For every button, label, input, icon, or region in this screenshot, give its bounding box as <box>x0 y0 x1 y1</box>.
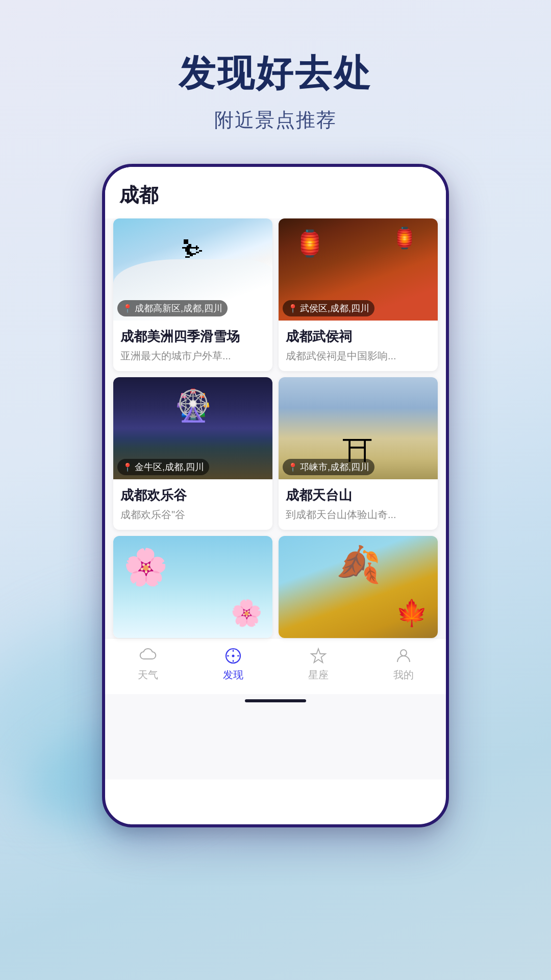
spot-location-ski: 📍 成都高新区,成都,四川 <box>117 300 228 316</box>
spot-image-autumn <box>279 536 438 638</box>
spot-card-autumn[interactable] <box>279 536 438 638</box>
page-title: 发现好去处 <box>0 51 551 95</box>
phone-mockup: 成都 📍 成都高新区,成都,四川 成都美洲四季滑雪场 亚洲最大的城市户外草... <box>102 164 449 827</box>
nav-item-constellation[interactable]: 星座 <box>276 647 361 682</box>
bottom-nav: 天气 发现 星座 <box>105 638 446 694</box>
nav-label-discover: 发现 <box>223 668 243 682</box>
city-header: 成都 <box>105 167 446 218</box>
nav-label-mine: 我的 <box>393 668 414 682</box>
spot-card-tiantai[interactable]: 📍 邛崃市,成都,四川 成都天台山 到成都天台山体验山奇... <box>279 377 438 530</box>
location-pin-icon-4: 📍 <box>288 462 298 472</box>
spot-info-wuhou: 成都武侯祠 成都武侯祠是中国影响... <box>279 321 438 371</box>
spot-image-happyvalley: 📍 金牛区,成都,四川 <box>113 377 272 479</box>
spot-info-tiantai: 成都天台山 到成都天台山体验山奇... <box>279 479 438 530</box>
spot-image-tiantai: 📍 邛崃市,成都,四川 <box>279 377 438 479</box>
location-pin-icon-2: 📍 <box>288 304 298 313</box>
spot-card-wuhou[interactable]: 📍 武侯区,成都,四川 成都武侯祠 成都武侯祠是中国影响... <box>279 218 438 371</box>
city-name: 成都 <box>119 182 432 208</box>
spot-location-wuhou: 📍 武侯区,成都,四川 <box>283 300 374 316</box>
spot-info-ski: 成都美洲四季滑雪场 亚洲最大的城市户外草... <box>113 321 272 371</box>
spot-location-tiantai: 📍 邛崃市,成都,四川 <box>283 459 374 475</box>
cherry-image <box>113 536 272 638</box>
spot-name-wuhou: 成都武侯祠 <box>286 328 431 346</box>
spot-info-happyvalley: 成都欢乐谷 成都欢乐谷"谷 <box>113 479 272 530</box>
spot-image-cherry <box>113 536 272 638</box>
spot-desc-ski: 亚洲最大的城市户外草... <box>120 349 265 363</box>
spot-desc-wuhou: 成都武侯祠是中国影响... <box>286 349 431 363</box>
svg-marker-6 <box>311 649 325 663</box>
svg-point-1 <box>232 655 234 657</box>
spot-card-cherry[interactable] <box>113 536 272 638</box>
spot-image-wuhou: 📍 武侯区,成都,四川 <box>279 218 438 321</box>
nav-item-mine[interactable]: 我的 <box>361 647 446 682</box>
spot-name-happyvalley: 成都欢乐谷 <box>120 486 265 504</box>
page-subtitle: 附近景点推荐 <box>0 107 551 133</box>
nav-label-weather: 天气 <box>138 668 158 682</box>
spot-card-happyvalley[interactable]: 📍 金牛区,成都,四川 成都欢乐谷 成都欢乐谷"谷 <box>113 377 272 530</box>
spot-card-ski[interactable]: 📍 成都高新区,成都,四川 成都美洲四季滑雪场 亚洲最大的城市户外草... <box>113 218 272 371</box>
home-indicator <box>245 699 306 702</box>
autumn-image <box>279 536 438 638</box>
svg-point-7 <box>400 650 407 656</box>
spot-desc-happyvalley: 成都欢乐谷"谷 <box>120 507 265 522</box>
compass-icon <box>224 647 242 665</box>
nav-label-constellation: 星座 <box>308 668 329 682</box>
spot-image-ski: 📍 成都高新区,成都,四川 <box>113 218 272 321</box>
spot-name-tiantai: 成都天台山 <box>286 486 431 504</box>
spot-desc-tiantai: 到成都天台山体验山奇... <box>286 507 431 522</box>
spot-name-ski: 成都美洲四季滑雪场 <box>120 328 265 346</box>
page-header: 发现好去处 附近景点推荐 <box>0 0 551 164</box>
location-pin-icon-3: 📍 <box>122 462 133 472</box>
spot-location-happyvalley: 📍 金牛区,成都,四川 <box>117 459 209 475</box>
cloud-icon <box>139 647 157 665</box>
spots-grid: 📍 成都高新区,成都,四川 成都美洲四季滑雪场 亚洲最大的城市户外草... 📍 … <box>105 218 446 638</box>
person-icon <box>394 647 413 665</box>
nav-item-discover[interactable]: 发现 <box>190 647 276 682</box>
nav-item-weather[interactable]: 天气 <box>105 647 190 682</box>
phone-content: 成都 📍 成都高新区,成都,四川 成都美洲四季滑雪场 亚洲最大的城市户外草... <box>105 167 446 779</box>
location-pin-icon: 📍 <box>122 304 133 313</box>
star-icon <box>309 647 328 665</box>
